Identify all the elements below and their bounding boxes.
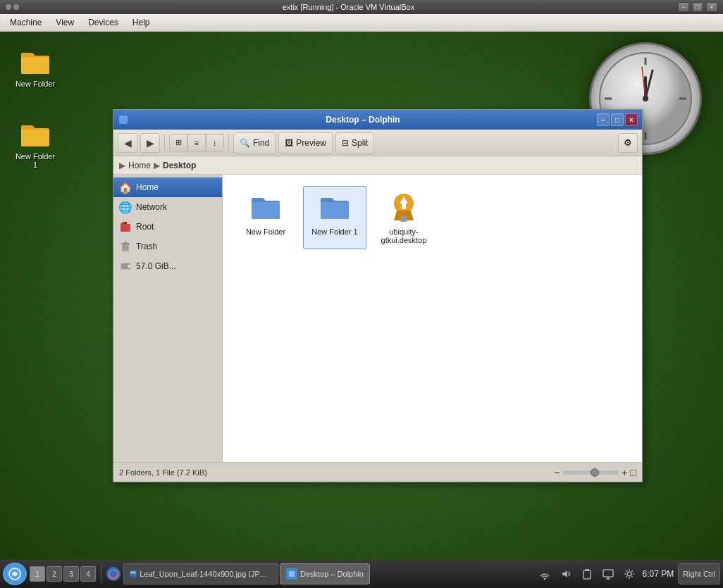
settings-icon[interactable] [621,565,638,582]
dolphin-taskbar-icon [286,568,297,580]
dolphin-titlebar: Desktop – Dolphin − □ × [113,110,642,130]
root-icon [119,220,132,233]
settings-button[interactable]: ⚙ [618,133,638,153]
taskbar: 1 2 3 4 Leaf_Upon_Leaf-1440x900.jpg (JPE… [0,560,723,588]
restore-button[interactable]: □ [692,2,703,12]
status-info: 2 Folders, 1 File (7.2 KiB) [119,468,207,477]
file-label: New Folder 1 [311,227,357,236]
minimize-button[interactable]: − [678,2,689,12]
workspace-4[interactable]: 4 [80,566,96,582]
sidebar-item-trash[interactable]: Trash [113,237,222,256]
dolphin-win-buttons: − □ × [597,113,638,126]
svg-point-36 [627,572,631,576]
breadcrumb: ▶ Home ▶ Desktop [113,156,642,175]
network-icon: 🌐 [119,201,132,213]
firefox-taskbar-icon[interactable] [105,565,122,582]
file-item-new-folder-1[interactable]: New Folder 1 [303,186,366,249]
titlebar: extix [Running] - Oracle VM VirtualBox −… [0,0,723,14]
back-button[interactable]: ◀ [118,133,137,153]
close-button[interactable]: × [706,2,717,12]
folder-icon [318,191,352,225]
dolphin-restore-button[interactable]: □ [611,113,624,126]
audio-icon[interactable] [557,565,574,582]
split-icon: ⊟ [342,138,349,148]
svg-rect-32 [585,569,589,571]
file-label: New Folder [246,227,285,236]
zoom-out-icon[interactable]: − [554,467,560,478]
zoom-view-icon: □ [631,467,636,478]
sidebar-item-root[interactable]: Root [113,217,222,237]
system-icon[interactable] [600,565,617,582]
column-view-button[interactable]: ⫶ [206,134,224,152]
sidebar-item-home-label: Home [136,182,159,192]
detail-view-icon: ≡ [194,139,199,147]
breadcrumb-home[interactable]: Home [128,161,151,170]
titlebar-left [6,4,19,10]
dolphin-icon [118,114,129,125]
icon-view-icon: ⊞ [175,138,182,147]
svg-rect-22 [401,216,407,222]
desktop: New Folder New Folder1 extix [Running] -… [0,0,723,588]
breadcrumb-desktop[interactable]: Desktop [163,161,196,170]
svg-point-30 [544,578,546,580]
clipboard-icon [581,568,593,580]
workspace-2[interactable]: 2 [47,566,62,582]
titlebar-dots [6,4,19,10]
sidebar-item-trash-label: Trash [136,242,157,251]
network-status-icon[interactable] [536,565,553,582]
network-icon [538,568,551,580]
menu-help[interactable]: Help [127,16,156,29]
dolphin-minimize-button[interactable]: − [597,113,610,126]
forward-button[interactable]: ▶ [140,133,160,153]
desktop-icon-new-folder-1[interactable]: New Folder1 [7,118,63,169]
menubar: Machine View Devices Help [0,14,723,32]
trash-icon [119,240,132,253]
taskbar-app-dolphin[interactable]: Desktop – Dolphin [280,563,370,584]
split-label: Split [352,138,368,148]
firefox-icon [106,566,121,582]
desktop-icon-new-folder[interactable]: New Folder [7,46,63,88]
menu-machine[interactable]: Machine [4,16,47,29]
sidebar-item-network-label: Network [136,202,167,212]
zoom-in-icon[interactable]: + [622,467,627,478]
svg-rect-31 [583,570,591,579]
start-button[interactable] [3,563,27,585]
preview-button[interactable]: 🖼 Preview [278,132,333,154]
svg-rect-12 [121,243,130,244]
clipboard-icon[interactable] [579,565,595,582]
sidebar-item-disk[interactable]: 57.0 GiB... [113,256,222,276]
menu-view[interactable]: View [50,16,80,29]
back-icon: ◀ [124,137,132,149]
view-mode-buttons: ⊞ ≡ ⫶ [169,134,224,152]
sidebar-item-network[interactable]: 🌐 Network [113,197,222,217]
zoom-slider[interactable] [562,470,619,475]
gear-icon [623,568,636,580]
settings-icon: ⚙ [624,137,632,148]
workspace-1[interactable]: 1 [30,566,45,582]
file-label: ubiquity-gtkui.desktop [377,227,431,244]
svg-point-8 [643,96,648,101]
preview-label: Preview [296,138,326,148]
monitor-icon [602,568,614,580]
find-button[interactable]: 🔍 Find [233,132,276,154]
zoom-slider-handle[interactable] [591,468,599,477]
file-item-new-folder[interactable]: New Folder [234,186,297,249]
svg-rect-33 [603,570,613,577]
icon-view-button[interactable]: ⊞ [169,134,187,152]
taskbar-time: 6:07 PM [642,569,674,579]
taskbar-app-image[interactable]: Leaf_Upon_Leaf-1440x900.jpg (JPEG Image,… [123,563,278,584]
file-item-ubiquity[interactable]: ubiquity-gtkui.desktop [372,186,435,249]
zoom-control: − + □ [554,467,636,478]
dolphin-close-button[interactable]: × [625,113,638,126]
svg-rect-13 [124,242,127,243]
taskbar-app-label: Leaf_Upon_Leaf-1440x900.jpg (JPEG Image,… [140,570,272,578]
menu-devices[interactable]: Devices [82,16,124,29]
right-ctrl-button[interactable]: Right Ctrl [678,563,720,584]
detail-view-button[interactable]: ≡ [187,134,206,152]
workspace-3[interactable]: 3 [63,566,79,582]
svg-rect-11 [122,244,129,251]
dolphin-content: 🏠 Home 🌐 Network Root [113,175,642,462]
dolphin-window: Desktop – Dolphin − □ × ◀ ▶ ⊞ ≡ [113,109,643,482]
sidebar-item-home[interactable]: 🏠 Home [113,177,222,197]
split-button[interactable]: ⊟ Split [335,132,374,154]
